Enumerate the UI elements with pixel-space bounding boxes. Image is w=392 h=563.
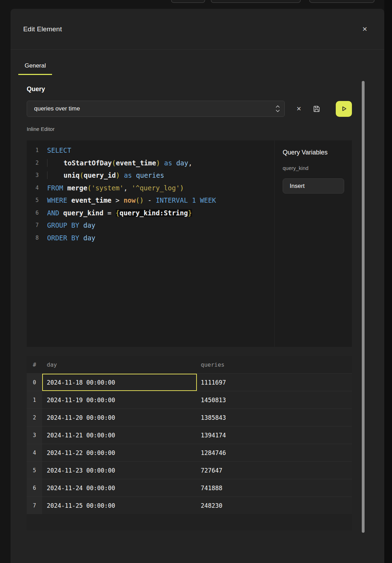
day-cell[interactable]: 2024-11-23 00:00:00 bbox=[42, 462, 197, 479]
day-cell[interactable]: 2024-11-24 00:00:00 bbox=[42, 479, 197, 496]
queries-cell[interactable]: 248230 bbox=[197, 497, 352, 514]
line-number: 1 bbox=[27, 144, 47, 157]
tab-bar: General bbox=[11, 50, 384, 75]
line-number: 7 bbox=[27, 219, 47, 232]
query-select-value: queries over time bbox=[34, 105, 80, 112]
day-cell[interactable]: 2024-11-22 00:00:00 bbox=[42, 444, 197, 461]
line-number: 2 bbox=[27, 157, 47, 170]
queries-cell[interactable]: 741888 bbox=[197, 479, 352, 496]
page-background-gap bbox=[384, 0, 392, 563]
query-section-heading: Query bbox=[27, 86, 352, 93]
results-table: #dayqueries02024-11-18 00:00:00111169712… bbox=[27, 356, 352, 514]
query-toolbar: queries over time ✕ bbox=[27, 101, 352, 117]
code-line: 5WHERE event_time > now() - INTERVAL 1 W… bbox=[27, 194, 274, 207]
table-row: 22024-11-20 00:00:001385843 bbox=[27, 409, 352, 426]
table-row: 62024-11-24 00:00:00741888 bbox=[27, 479, 352, 496]
line-number: 6 bbox=[27, 207, 47, 220]
row-index-cell: 4 bbox=[27, 444, 42, 461]
table-header-row: #dayqueries bbox=[27, 356, 352, 373]
code-line: 7GROUP BY day bbox=[27, 219, 274, 232]
table-row: 52024-11-23 00:00:00727647 bbox=[27, 461, 352, 479]
row-index-cell: 1 bbox=[27, 391, 42, 409]
inline-editor-label: Inline Editor bbox=[27, 126, 352, 132]
query-select[interactable]: queries over time bbox=[27, 101, 285, 117]
column-header: # bbox=[27, 356, 42, 373]
table-row: 02024-11-18 00:00:001111697 bbox=[27, 373, 352, 391]
table-row: 72024-11-25 00:00:00248230 bbox=[27, 496, 352, 514]
top-search-input[interactable] bbox=[211, 0, 301, 3]
day-cell[interactable]: 2024-11-25 00:00:00 bbox=[42, 497, 197, 514]
line-number: 5 bbox=[27, 194, 47, 207]
code-line: 1SELECT bbox=[27, 144, 274, 157]
code-line: 3 uniq(query_id) as queries bbox=[27, 169, 274, 182]
row-index-cell: 6 bbox=[27, 479, 42, 496]
row-index-cell: 5 bbox=[27, 462, 42, 479]
modal-title: Edit Element bbox=[23, 25, 62, 33]
code-line: 4FROM merge('system', '^query_log') bbox=[27, 182, 274, 195]
day-cell[interactable]: 2024-11-18 00:00:00 bbox=[42, 374, 197, 391]
row-index-cell: 2 bbox=[27, 409, 42, 426]
modal-content: Query queries over time ✕ bbox=[11, 75, 384, 530]
save-icon[interactable] bbox=[309, 102, 323, 116]
queries-cell[interactable]: 1111697 bbox=[197, 374, 352, 391]
queries-cell[interactable]: 1284746 bbox=[197, 444, 352, 461]
chevron-updown-icon bbox=[275, 104, 280, 113]
queries-cell[interactable]: 727647 bbox=[197, 462, 352, 479]
code-line: 8ORDER BY day bbox=[27, 232, 274, 245]
query-variables-title: Query Variables bbox=[283, 149, 352, 156]
sql-editor[interactable]: 1SELECT2 toStartOfDay(event_time) as day… bbox=[27, 140, 274, 347]
tab-general[interactable]: General bbox=[18, 59, 52, 75]
table-row: 32024-11-21 00:00:001394174 bbox=[27, 426, 352, 444]
clear-query-icon[interactable]: ✕ bbox=[293, 102, 305, 115]
play-icon bbox=[340, 105, 348, 113]
queries-cell[interactable]: 1394174 bbox=[197, 426, 352, 444]
row-index-cell: 3 bbox=[27, 426, 42, 444]
modal-header: Edit Element ✕ bbox=[11, 9, 384, 50]
table-row: 42024-11-22 00:00:001284746 bbox=[27, 444, 352, 461]
modal-scrollbar[interactable] bbox=[362, 81, 365, 533]
row-index-cell: 7 bbox=[27, 497, 42, 514]
column-header: day bbox=[42, 356, 197, 373]
line-number: 3 bbox=[27, 169, 47, 182]
close-icon[interactable]: ✕ bbox=[361, 25, 369, 34]
table-row: 12024-11-19 00:00:001450813 bbox=[27, 391, 352, 409]
queries-cell[interactable]: 1385843 bbox=[197, 409, 352, 426]
day-cell[interactable]: 2024-11-20 00:00:00 bbox=[42, 409, 197, 426]
top-toolbar-button[interactable] bbox=[171, 0, 205, 3]
query-variables-panel: Query Variables query_kind Insert bbox=[274, 140, 352, 347]
queries-cell[interactable]: 1450813 bbox=[197, 391, 352, 409]
edit-element-modal: Edit Element ✕ General Query queries ove… bbox=[11, 9, 384, 563]
line-number: 4 bbox=[27, 182, 47, 195]
column-header: queries bbox=[197, 356, 352, 373]
day-cell[interactable]: 2024-11-21 00:00:00 bbox=[42, 426, 197, 444]
insert-variable-button[interactable]: Insert bbox=[283, 178, 344, 194]
variable-name-label: query_kind bbox=[283, 165, 352, 171]
results-footer bbox=[27, 514, 352, 530]
row-index-cell: 0 bbox=[27, 374, 42, 391]
line-number: 8 bbox=[27, 232, 47, 245]
editor-area: 1SELECT2 toStartOfDay(event_time) as day… bbox=[27, 140, 352, 347]
code-line: 6AND query_kind = {query_kind:String} bbox=[27, 207, 274, 220]
code-line: 2 toStartOfDay(event_time) as day, bbox=[27, 157, 274, 170]
day-cell[interactable]: 2024-11-19 00:00:00 bbox=[42, 391, 197, 409]
top-toolbar-button-secondary[interactable] bbox=[309, 0, 374, 3]
run-query-button[interactable] bbox=[336, 101, 352, 117]
